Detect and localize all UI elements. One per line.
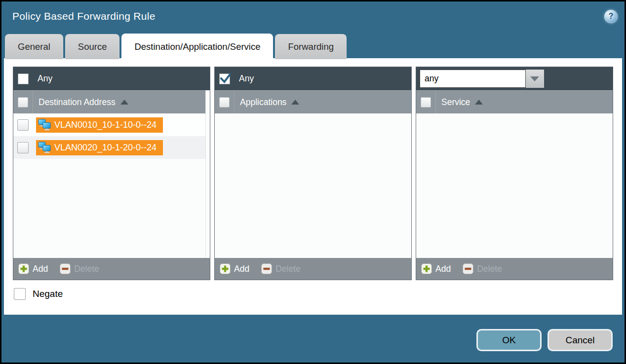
plus-icon — [421, 263, 432, 274]
service-list — [416, 113, 613, 258]
applications-column-header-label[interactable]: Applications — [240, 97, 299, 108]
plus-icon — [18, 263, 29, 274]
help-icon[interactable]: ? — [604, 10, 618, 23]
destination-row1-checkbox[interactable] — [17, 119, 29, 131]
service-dropdown-value: any — [425, 73, 438, 84]
destination-any-label: Any — [38, 73, 52, 84]
help-glyph: ? — [609, 12, 614, 21]
applications-column-header: Applications — [215, 90, 411, 113]
applications-any-checkbox[interactable] — [219, 73, 230, 84]
service-delete-label: Delete — [477, 264, 502, 274]
destination-column-header: Destination Address — [13, 90, 210, 113]
destination-row2-checkbox[interactable] — [17, 142, 29, 153]
destination-row1-chip[interactable]: VLAN0010_10-1-10-0--24 — [36, 117, 163, 133]
service-delete-button[interactable]: Delete — [463, 263, 502, 274]
service-dropdown-input[interactable]: any — [420, 70, 526, 88]
applications-any-header: Any — [215, 67, 411, 90]
network-address-icon — [38, 119, 51, 131]
sort-ascending-icon — [291, 100, 299, 105]
destination-list-item[interactable]: VLAN0010_10-1-10-0--24 — [13, 113, 210, 136]
destination-add-button[interactable]: Add — [18, 263, 48, 274]
applications-delete-button[interactable]: Delete — [261, 263, 301, 274]
negate-checkbox[interactable] — [14, 288, 26, 300]
pbf-rule-dialog: Policy Based Forwarding Rule ? General S… — [0, 0, 626, 364]
applications-column-title: Applications — [240, 97, 286, 108]
negate-label: Negate — [33, 289, 63, 299]
service-panel: any Service — [416, 67, 613, 280]
destination-list-item[interactable]: VLAN0020_10-1-20-0--24 — [13, 136, 210, 159]
ok-button[interactable]: OK — [476, 329, 542, 351]
destination-select-all-checkbox[interactable] — [18, 97, 28, 108]
destination-delete-button[interactable]: Delete — [60, 263, 99, 274]
checkmark-icon — [219, 72, 232, 85]
dialog-buttons: OK Cancel — [476, 329, 613, 351]
destination-row1-text: VLAN0010_10-1-10-0--24 — [54, 120, 156, 130]
tab-general[interactable]: General — [5, 34, 63, 59]
destination-column-title: Destination Address — [39, 97, 116, 108]
destination-scrollbar-track[interactable] — [205, 90, 210, 258]
service-add-label: Add — [435, 264, 451, 274]
destination-row2-chip[interactable]: VLAN0020_10-1-20-0--24 — [36, 140, 163, 155]
tab-forwarding[interactable]: Forwarding — [275, 34, 347, 59]
service-dropdown-button[interactable] — [526, 70, 544, 88]
service-footer: Add Delete — [416, 258, 613, 280]
destination-any-checkbox[interactable] — [18, 73, 29, 84]
destination-column-header-label[interactable]: Destination Address — [39, 97, 128, 108]
dialog-title: Policy Based Forwarding Rule — [12, 10, 156, 22]
minus-icon — [60, 263, 71, 274]
applications-list — [215, 113, 411, 258]
tab-destination-application-service-label: Destination/Application/Service — [134, 41, 260, 52]
applications-add-button[interactable]: Add — [220, 263, 249, 274]
applications-panel: Any Applications — [214, 67, 412, 280]
tab-general-label: General — [18, 41, 50, 52]
service-column-title: Service — [441, 97, 470, 108]
sort-ascending-icon — [120, 100, 128, 105]
dialog-titlebar: Policy Based Forwarding Rule ? — [12, 8, 618, 25]
service-dropdown-header: any — [416, 67, 613, 90]
destination-address-list: VLAN0010_10-1-10-0--24 — [13, 113, 210, 258]
tab-source-label: Source — [78, 41, 107, 52]
minus-icon — [463, 263, 473, 274]
minus-icon — [261, 263, 272, 274]
tab-content: Any Destination Address — [4, 58, 622, 315]
service-column-header: Service — [416, 90, 613, 113]
destination-row2-text: VLAN0020_10-1-20-0--24 — [54, 143, 156, 153]
applications-select-all-checkbox[interactable] — [219, 97, 230, 108]
cancel-button[interactable]: Cancel — [548, 329, 613, 351]
tab-bar: General Source Destination/Application/S… — [5, 34, 347, 59]
tab-forwarding-label: Forwarding — [288, 41, 334, 52]
applications-delete-label: Delete — [275, 264, 301, 274]
service-column-header-label[interactable]: Service — [441, 97, 483, 108]
service-add-button[interactable]: Add — [421, 263, 451, 274]
plus-icon — [220, 263, 231, 274]
tab-source[interactable]: Source — [65, 34, 120, 59]
sort-ascending-icon — [475, 100, 483, 105]
network-address-icon — [38, 142, 51, 154]
destination-any-header: Any — [13, 67, 210, 90]
service-select-all-checkbox[interactable] — [421, 97, 431, 108]
negate-row: Negate — [14, 288, 63, 300]
applications-any-label: Any — [239, 73, 254, 84]
applications-add-label: Add — [234, 264, 249, 274]
panels-row: Any Destination Address — [13, 67, 613, 280]
destination-delete-label: Delete — [74, 264, 99, 274]
destination-footer: Add Delete — [13, 258, 210, 280]
destination-add-label: Add — [33, 264, 48, 274]
applications-footer: Add Delete — [215, 258, 411, 280]
tab-destination-application-service[interactable]: Destination/Application/Service — [121, 34, 273, 59]
chevron-down-icon — [530, 76, 539, 81]
destination-address-panel: Any Destination Address — [13, 67, 210, 280]
